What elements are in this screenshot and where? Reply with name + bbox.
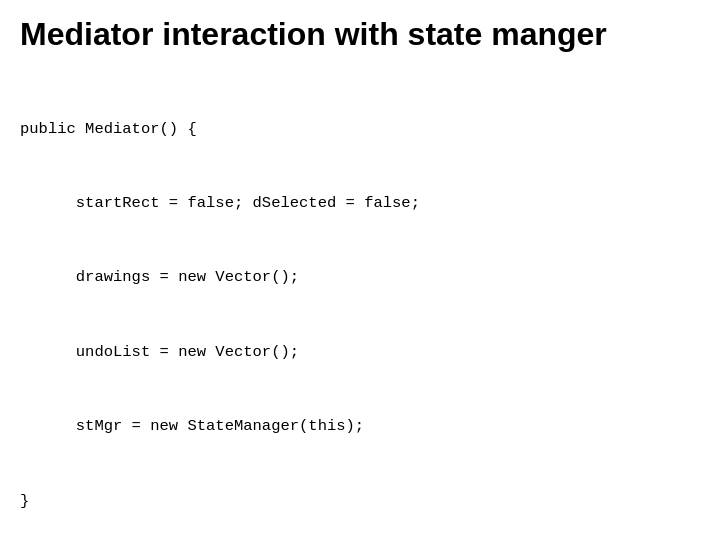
code-line-1: public Mediator() { — [20, 117, 700, 142]
code-line-5: stMgr = new StateManager(this); — [20, 414, 700, 439]
code-line-4: undoList = new Vector(); — [20, 340, 700, 365]
code-block: public Mediator() { startRect = false; d… — [20, 67, 700, 540]
page-title: Mediator interaction with state manger — [20, 16, 700, 53]
code-line-6: } — [20, 489, 700, 514]
code-line-2: startRect = false; dSelected = false; — [20, 191, 700, 216]
code-line-3: drawings = new Vector(); — [20, 265, 700, 290]
